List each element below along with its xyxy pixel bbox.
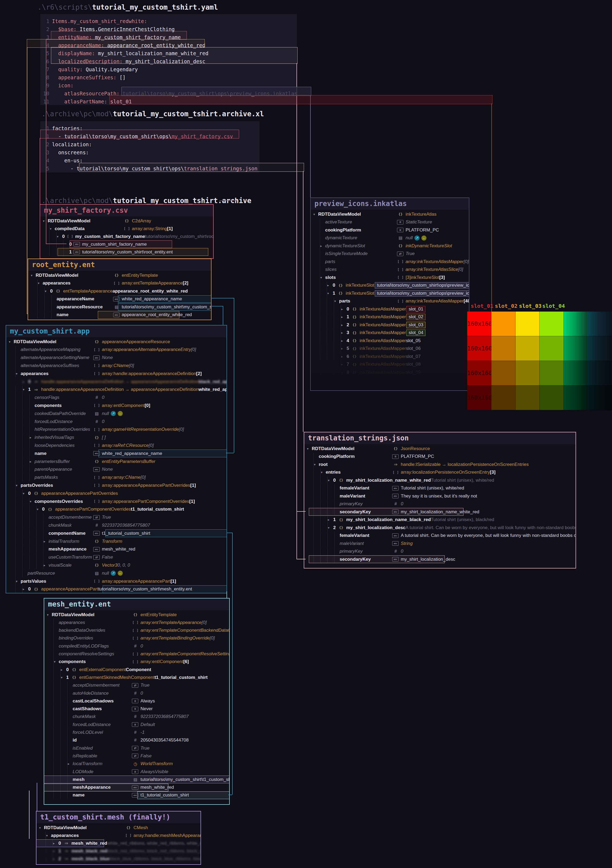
tree-row[interactable]: ▸0appearanceAppearancePart tutorial\tors… [9,585,227,593]
tree-row[interactable]: ▾0my_custom_shirt_factory_name tutorial\… [43,232,213,240]
tree-row[interactable]: ▾0appearanceAppearancePartOverrides [9,490,227,497]
revert-icon[interactable]: ← [421,236,427,240]
tree-row[interactable]: ▸0entExternalComponent Component [47,666,229,674]
tree-row[interactable]: partResourcenull↗← [9,569,227,577]
tree-row[interactable]: backendDataOverridesarray:entTemplateCom… [47,627,229,634]
tree-row[interactable]: ▸1inkTextureAtlasMapperslot_02 [313,313,469,321]
expander-icon[interactable]: ▸ [341,347,346,350]
revert-icon[interactable]: ← [118,570,123,576]
expander-icon[interactable]: ▸ [327,284,332,287]
tree-row[interactable]: componentNameabct1_tutorial_custom_shirt [9,529,227,537]
expander-icon[interactable]: ▾ [31,274,36,277]
tree-row[interactable]: censorFlags0 [9,394,227,401]
expander-icon[interactable]: ▾ [45,289,50,293]
tree-row[interactable]: femaleVariantabcA tutorial shirt. Can be… [307,532,576,539]
expander-icon[interactable]: ▾ [16,484,21,487]
tree-row[interactable]: ▸localTransformWorldTransform [47,760,229,768]
expander-icon[interactable]: ▾ [307,447,312,451]
tree-row[interactable]: cookedDataPathOverridenull↗← [9,410,227,417]
tree-row[interactable]: ▸0inkTextureSlottutorial\torso\my_custom… [313,282,469,289]
tree-row[interactable]: ▸visualScaleVector3 0, 0, 0 [9,561,227,569]
expander-icon[interactable]: ▾ [327,291,332,295]
tree-row[interactable]: nameabcappearance_root_entity_white_red [31,311,211,319]
tree-row[interactable]: ▾RDTDataViewModelCMesh [39,824,200,832]
expander-icon[interactable]: ▸ [341,339,346,343]
tree-row[interactable]: ▾2my_shirt_localization_desc A tutorial … [307,524,576,532]
tree-row[interactable]: componentsarray:entIComponent [0] [9,401,227,409]
tree-row[interactable]: ▸0mesh_white_red white_red_ribbons, whit… [39,839,200,847]
tree-row[interactable]: secondaryKeyabcmy_shirt_localization_des… [307,555,576,563]
tree-row[interactable]: alternateAppearanceSettingNameabcNone [9,354,227,362]
expander-icon[interactable]: ▾ [30,500,34,504]
expander-icon[interactable]: ▾ [16,372,21,376]
tree-row[interactable]: acceptDismemberment⇄True [47,682,229,689]
tree-row[interactable]: castLocalShadows≡Always [47,697,229,705]
open-resource-icon[interactable]: ↗ [415,236,419,240]
tree-row[interactable]: ▾componentsOverridesarray:appearancePart… [9,498,227,505]
expander-icon[interactable]: ▸ [341,370,346,374]
expander-icon[interactable]: ▸ [341,355,346,358]
tree-row[interactable]: cookingPlatform≡PLATFORM_PC [307,453,576,460]
tree-row[interactable]: parentAppearanceabcNone [9,466,227,473]
tree-row[interactable]: compiledEntityLODFlags0 [47,642,229,650]
expander-icon[interactable]: ▸ [23,587,28,591]
tree-row[interactable]: appearanceNameabcwhite_red_appearance_na… [31,295,211,303]
expander-icon[interactable]: ▸ [341,323,346,327]
expander-icon[interactable]: ▸ [68,762,73,766]
tree-row[interactable]: slicesarray:inkTextureAtlasSlice [0] [313,266,469,274]
expander-icon[interactable]: ▾ [50,227,55,231]
tree-row[interactable]: ▸inheritedVisualTags[ ] [9,434,227,442]
expander-icon[interactable]: ▾ [57,235,62,239]
tree-row[interactable]: ▾RDTDataViewModelentEntityTemplate [31,271,211,279]
expander-icon[interactable]: ▸ [341,315,346,319]
tree-row[interactable]: ▾0appearancePartComponentOverrides t1_tu… [9,505,227,513]
tree-row[interactable]: ▸initialTransformTransform [9,538,227,545]
tree-row[interactable]: ▸0inkTextureAtlasMapperslot_01 [313,305,469,313]
tree-row[interactable]: chunkMask9223372036854775807 [9,521,227,529]
expander-icon[interactable]: ▾ [23,491,28,495]
tree-row[interactable]: ▾1entGarmentSkinnedMeshComponent t1_tuto… [47,674,229,681]
tree-row[interactable]: ▸7inkTextureAtlasMapper slot_08 [313,361,469,368]
tree-row[interactable]: ▾1inkTextureSlottutorial\torso\my_custom… [313,289,469,297]
tree-row[interactable]: ▸dynamicTextureSlotinkDynamicTextureSlot [313,242,469,250]
expander-icon[interactable]: ▾ [313,212,318,216]
tree-row[interactable]: nameabcwhite_red_appearance_name [9,450,227,457]
tree-row[interactable]: primaryKey0 [307,500,576,508]
tree-row[interactable]: useCustomTransform⇄False [9,553,227,561]
tree-row[interactable]: chunkMask9223372036854775807 [47,713,229,721]
tree-row[interactable]: maleVariantabcString [307,539,576,547]
revert-icon[interactable]: ← [118,411,123,416]
tree-row[interactable]: femaleVariantabcTutorial shirt (unisex),… [307,484,576,492]
tree-row[interactable]: forceLODLevel-1 [47,729,229,736]
tree-row[interactable]: meshAppearanceabcmesh_white_red [47,784,229,791]
tree-row[interactable]: ▸5inkTextureAtlasMapper slot_06 [313,345,469,353]
tree-row[interactable]: isEnabled⇄True [47,744,229,752]
expander-icon[interactable]: ▾ [9,340,14,344]
tree-row[interactable]: acceptDismemberme⇄True [9,513,227,521]
expander-icon[interactable]: ▾ [23,388,28,391]
tree-row[interactable]: ▾partsarray:inkTextureAtlasMapper [40] [313,298,469,305]
expander-icon[interactable]: ▸ [53,857,58,861]
tree-row[interactable]: nameabct1_tutorial_custom_shirt [47,791,229,799]
tree-row[interactable]: ▾RDTDataViewModelentEntityTemplate [47,611,229,618]
tree-row[interactable]: partsMasksarray:array:CName [0] [9,474,227,481]
tree-row[interactable]: ▾compiledDataarray:array:String [1] [43,225,213,232]
expander-icon[interactable]: ▾ [38,281,43,285]
tree-row[interactable]: alternateAppearanceMappingarray:appearan… [9,346,227,353]
expander-icon[interactable]: ▾ [37,507,42,511]
expander-icon[interactable]: ▸ [23,380,28,384]
tree-row[interactable]: ▾roothandle:ISerializable → localization… [307,460,576,468]
expander-icon[interactable]: ▾ [43,219,48,223]
tree-row[interactable]: ▸6inkTextureAtlasMapper slot_07 [313,353,469,360]
tree-row[interactable]: appearancesarray:entTemplateAppearance [… [47,618,229,626]
tree-row[interactable]: ▾RDTDataViewModelinkTextureAtlas [313,210,469,218]
tree-row[interactable]: 1abctutorial\torso\my_custom_shirt\root_… [43,248,213,256]
tree-row[interactable]: ▾appearancesarray:handle:appearanceAppea… [9,370,227,377]
tree-row[interactable]: isReplicable⇄False [47,752,229,760]
open-resource-icon[interactable]: ↗ [111,411,116,416]
tree-row[interactable]: looseDependenciesarray:raRef:CResource [… [9,442,227,449]
tree-row[interactable]: castShadows≡Never [47,705,229,713]
tree-row[interactable]: ▸3inkTextureAtlasMapperslot_04 [313,329,469,337]
tree-row[interactable]: activeTexture≡StaticTexture [313,219,469,226]
expander-icon[interactable]: ▾ [334,299,339,303]
